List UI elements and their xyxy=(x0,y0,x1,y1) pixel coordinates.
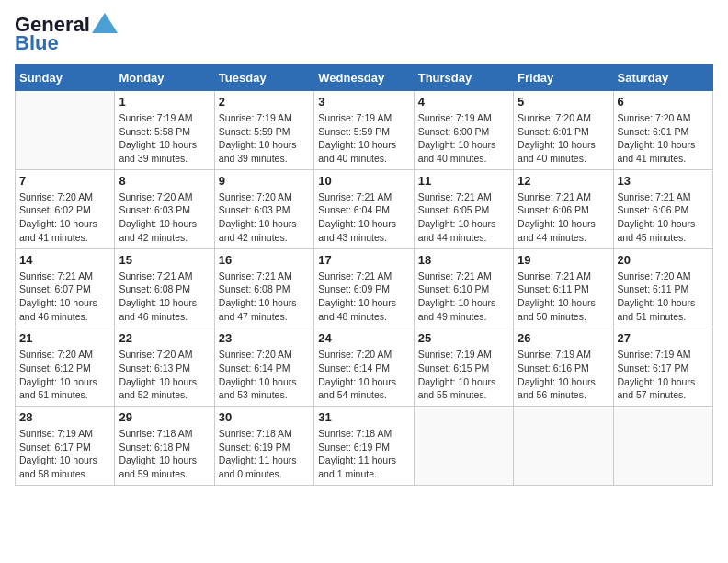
day-info: Sunrise: 7:20 AM Sunset: 6:01 PM Dayligh… xyxy=(618,111,709,166)
day-number: 29 xyxy=(119,410,210,424)
calendar-cell: 17Sunrise: 7:21 AM Sunset: 6:09 PM Dayli… xyxy=(314,248,414,327)
day-number: 3 xyxy=(318,95,409,109)
header-row: SundayMondayTuesdayWednesdayThursdayFrid… xyxy=(16,65,713,91)
calendar-week-4: 21Sunrise: 7:20 AM Sunset: 6:12 PM Dayli… xyxy=(16,327,713,407)
calendar-cell: 20Sunrise: 7:20 AM Sunset: 6:11 PM Dayli… xyxy=(613,248,712,327)
svg-marker-0 xyxy=(92,13,118,33)
calendar-cell: 21Sunrise: 7:20 AM Sunset: 6:12 PM Dayli… xyxy=(16,327,115,407)
calendar-cell: 29Sunrise: 7:18 AM Sunset: 6:18 PM Dayli… xyxy=(115,407,214,486)
calendar-week-5: 28Sunrise: 7:19 AM Sunset: 6:17 PM Dayli… xyxy=(16,407,713,486)
day-info: Sunrise: 7:21 AM Sunset: 6:06 PM Dayligh… xyxy=(618,190,709,245)
calendar-cell: 30Sunrise: 7:18 AM Sunset: 6:19 PM Dayli… xyxy=(214,407,313,486)
weekday-header-friday: Friday xyxy=(514,65,613,91)
day-info: Sunrise: 7:19 AM Sunset: 6:00 PM Dayligh… xyxy=(418,111,509,166)
day-number: 18 xyxy=(418,253,509,267)
page-header: General Blue xyxy=(15,15,713,55)
calendar-cell: 9Sunrise: 7:20 AM Sunset: 6:03 PM Daylig… xyxy=(214,169,313,248)
calendar-cell xyxy=(414,407,513,486)
day-number: 23 xyxy=(219,331,310,345)
day-number: 2 xyxy=(219,95,310,109)
day-number: 15 xyxy=(119,253,210,267)
day-number: 1 xyxy=(119,95,210,109)
day-info: Sunrise: 7:20 AM Sunset: 6:12 PM Dayligh… xyxy=(19,348,110,402)
calendar-cell: 24Sunrise: 7:20 AM Sunset: 6:14 PM Dayli… xyxy=(314,327,414,407)
day-info: Sunrise: 7:20 AM Sunset: 6:13 PM Dayligh… xyxy=(119,348,210,402)
day-info: Sunrise: 7:21 AM Sunset: 6:11 PM Dayligh… xyxy=(518,270,609,324)
weekday-header-tuesday: Tuesday xyxy=(214,65,313,91)
calendar-cell: 15Sunrise: 7:21 AM Sunset: 6:08 PM Dayli… xyxy=(115,248,214,327)
calendar-cell: 1Sunrise: 7:19 AM Sunset: 5:58 PM Daylig… xyxy=(115,91,214,170)
calendar-week-2: 7Sunrise: 7:20 AM Sunset: 6:02 PM Daylig… xyxy=(16,169,713,248)
day-info: Sunrise: 7:20 AM Sunset: 6:03 PM Dayligh… xyxy=(219,190,310,245)
day-info: Sunrise: 7:19 AM Sunset: 6:16 PM Dayligh… xyxy=(518,348,609,402)
day-number: 28 xyxy=(19,410,110,424)
day-number: 21 xyxy=(19,331,110,345)
day-number: 10 xyxy=(318,174,409,188)
day-info: Sunrise: 7:21 AM Sunset: 6:08 PM Dayligh… xyxy=(219,270,310,324)
calendar-week-1: 1Sunrise: 7:19 AM Sunset: 5:58 PM Daylig… xyxy=(16,91,713,170)
calendar-cell: 28Sunrise: 7:19 AM Sunset: 6:17 PM Dayli… xyxy=(16,407,115,486)
day-number: 11 xyxy=(418,174,509,188)
day-info: Sunrise: 7:21 AM Sunset: 6:08 PM Dayligh… xyxy=(119,270,210,324)
logo-arrow-icon xyxy=(92,13,118,33)
logo: General Blue xyxy=(15,15,118,55)
logo-blue: Blue xyxy=(15,31,59,55)
day-info: Sunrise: 7:20 AM Sunset: 6:11 PM Dayligh… xyxy=(618,270,709,324)
calendar-cell: 11Sunrise: 7:21 AM Sunset: 6:05 PM Dayli… xyxy=(414,169,513,248)
day-number: 7 xyxy=(19,174,110,188)
calendar-cell: 3Sunrise: 7:19 AM Sunset: 5:59 PM Daylig… xyxy=(314,91,414,170)
day-info: Sunrise: 7:19 AM Sunset: 5:58 PM Dayligh… xyxy=(119,111,210,166)
day-number: 14 xyxy=(19,253,110,267)
day-info: Sunrise: 7:21 AM Sunset: 6:04 PM Dayligh… xyxy=(318,190,409,245)
day-number: 26 xyxy=(518,331,609,345)
day-info: Sunrise: 7:18 AM Sunset: 6:19 PM Dayligh… xyxy=(219,427,310,481)
day-number: 12 xyxy=(518,174,609,188)
day-info: Sunrise: 7:19 AM Sunset: 5:59 PM Dayligh… xyxy=(219,111,310,166)
day-info: Sunrise: 7:20 AM Sunset: 6:03 PM Dayligh… xyxy=(119,190,210,245)
calendar-cell: 7Sunrise: 7:20 AM Sunset: 6:02 PM Daylig… xyxy=(16,169,115,248)
day-number: 24 xyxy=(318,331,409,345)
day-info: Sunrise: 7:18 AM Sunset: 6:18 PM Dayligh… xyxy=(119,427,210,481)
day-info: Sunrise: 7:21 AM Sunset: 6:05 PM Dayligh… xyxy=(418,190,509,245)
calendar-cell: 8Sunrise: 7:20 AM Sunset: 6:03 PM Daylig… xyxy=(115,169,214,248)
calendar-cell: 19Sunrise: 7:21 AM Sunset: 6:11 PM Dayli… xyxy=(514,248,613,327)
day-info: Sunrise: 7:20 AM Sunset: 6:01 PM Dayligh… xyxy=(518,111,609,166)
day-info: Sunrise: 7:19 AM Sunset: 6:17 PM Dayligh… xyxy=(618,348,709,402)
calendar-cell: 27Sunrise: 7:19 AM Sunset: 6:17 PM Dayli… xyxy=(613,327,712,407)
calendar-cell: 26Sunrise: 7:19 AM Sunset: 6:16 PM Dayli… xyxy=(514,327,613,407)
calendar-table: SundayMondayTuesdayWednesdayThursdayFrid… xyxy=(15,64,713,486)
day-number: 20 xyxy=(618,253,709,267)
day-number: 30 xyxy=(219,410,310,424)
calendar-cell: 22Sunrise: 7:20 AM Sunset: 6:13 PM Dayli… xyxy=(115,327,214,407)
day-info: Sunrise: 7:18 AM Sunset: 6:19 PM Dayligh… xyxy=(318,427,409,481)
day-number: 6 xyxy=(618,95,709,109)
calendar-cell: 2Sunrise: 7:19 AM Sunset: 5:59 PM Daylig… xyxy=(214,91,313,170)
weekday-header-saturday: Saturday xyxy=(613,65,712,91)
day-number: 8 xyxy=(119,174,210,188)
day-number: 13 xyxy=(618,174,709,188)
day-number: 19 xyxy=(518,253,609,267)
day-number: 31 xyxy=(318,410,409,424)
calendar-cell: 13Sunrise: 7:21 AM Sunset: 6:06 PM Dayli… xyxy=(613,169,712,248)
day-number: 4 xyxy=(418,95,509,109)
calendar-cell: 16Sunrise: 7:21 AM Sunset: 6:08 PM Dayli… xyxy=(214,248,313,327)
day-info: Sunrise: 7:21 AM Sunset: 6:10 PM Dayligh… xyxy=(418,270,509,324)
calendar-cell xyxy=(16,91,115,170)
weekday-header-sunday: Sunday xyxy=(16,65,115,91)
day-info: Sunrise: 7:20 AM Sunset: 6:14 PM Dayligh… xyxy=(318,348,409,402)
day-number: 25 xyxy=(418,331,509,345)
calendar-cell xyxy=(514,407,613,486)
day-number: 22 xyxy=(119,331,210,345)
calendar-cell: 5Sunrise: 7:20 AM Sunset: 6:01 PM Daylig… xyxy=(514,91,613,170)
day-info: Sunrise: 7:21 AM Sunset: 6:06 PM Dayligh… xyxy=(518,190,609,245)
day-info: Sunrise: 7:20 AM Sunset: 6:14 PM Dayligh… xyxy=(219,348,310,402)
weekday-header-monday: Monday xyxy=(115,65,214,91)
calendar-week-3: 14Sunrise: 7:21 AM Sunset: 6:07 PM Dayli… xyxy=(16,248,713,327)
day-info: Sunrise: 7:21 AM Sunset: 6:07 PM Dayligh… xyxy=(19,270,110,324)
calendar-cell: 23Sunrise: 7:20 AM Sunset: 6:14 PM Dayli… xyxy=(214,327,313,407)
calendar-cell xyxy=(613,407,712,486)
day-number: 5 xyxy=(518,95,609,109)
calendar-cell: 18Sunrise: 7:21 AM Sunset: 6:10 PM Dayli… xyxy=(414,248,513,327)
calendar-cell: 12Sunrise: 7:21 AM Sunset: 6:06 PM Dayli… xyxy=(514,169,613,248)
day-number: 16 xyxy=(219,253,310,267)
